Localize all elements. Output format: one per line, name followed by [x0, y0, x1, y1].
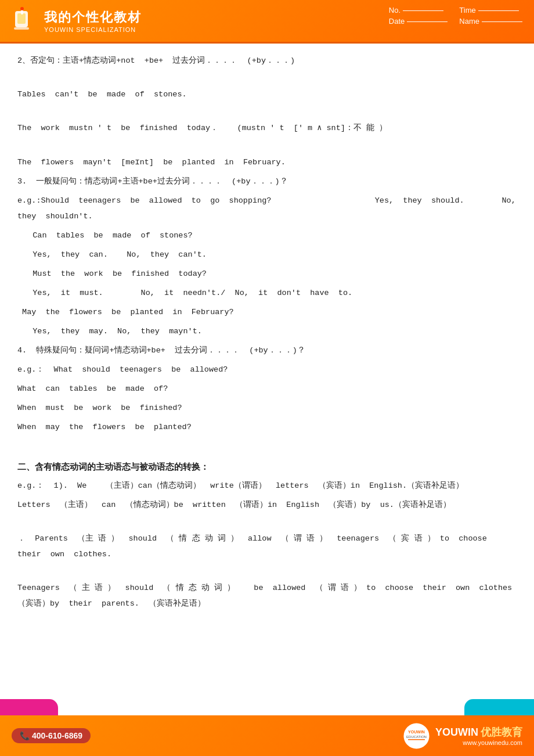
content-line-12: Yes, they may. No, they mayn't. — [17, 323, 517, 339]
no-label: No. — [389, 6, 448, 15]
logo-text: 我的个性化教材 YOUWIN SPECIALIZATION — [44, 9, 142, 33]
content-line-1: 2、否定句：主语+情态动词+not +be+ 过去分词．．．． (+by．．．) — [17, 53, 517, 69]
logo-icon — [9, 6, 38, 35]
name-label: Name — [459, 17, 522, 26]
content-line-10: Yes, it must. No, it needn't./ No, it do… — [17, 285, 517, 301]
content-line-3: The work mustn ' t be finished today． (m… — [17, 120, 517, 136]
logo-main-text: 我的个性化教材 — [44, 9, 142, 26]
header-info: No. Time Date Name — [389, 6, 522, 26]
footer-url: www.youwinedu.com — [463, 739, 522, 746]
content-line-17: When may the flowers be planted? — [17, 419, 517, 435]
content-line-15: What can tables be made of? — [17, 381, 517, 397]
time-label: Time — [459, 6, 522, 15]
footer-logo-text: YOUWIN 优胜教育 www.youwinedu.com — [435, 725, 522, 746]
phone-badge: 📞 400-610-6869 — [12, 728, 91, 743]
footer-right: YOUWIN EDUCATION YOUWIN 优胜教育 www.youwine… — [403, 723, 522, 749]
content-line-5: 3. 一般疑问句：情态动词+主语+be+过去分词．．．． (+by．．．)？ — [17, 174, 517, 189]
footer-left: 📞 400-610-6869 — [12, 728, 91, 743]
section2-title: 二、含有情态动词的主动语态与被动语态的转换： — [17, 459, 517, 474]
content-line-4: The flowers mayn't [meɪnt] be planted in… — [17, 154, 517, 170]
content-line-20: ． Parents （主 语 ） should （ 情 态 动 词 ） allo… — [17, 531, 517, 562]
phone-number: 400-610-6869 — [32, 731, 82, 740]
content-line-8: Yes, they can. No, they can't. — [17, 247, 517, 262]
svg-rect-8 — [408, 739, 425, 740]
logo-sub-text: YOUWIN SPECIALIZATION — [44, 26, 142, 33]
content-line-21: Teenagers （ 主 语 ） should （ 情 态 动 词 ） be … — [17, 580, 517, 611]
deco-pink — [0, 699, 58, 717]
svg-text:EDUCATION: EDUCATION — [406, 735, 427, 739]
content-line-2: Tables can't be made of stones. — [17, 87, 517, 102]
content-line-6: e.g.:Should teenagers be allowed to go s… — [17, 193, 517, 224]
content-line-16: When must be work be finished? — [17, 400, 517, 416]
footer-brand-cn: 优胜教育 — [481, 725, 522, 739]
content-line-14: e.g.： What should teenagers be allowed? — [17, 362, 517, 377]
content-line-18: e.g.： 1). We （主语）can（情态动词） write（谓语） let… — [17, 478, 517, 494]
svg-text:YOUWIN: YOUWIN — [408, 730, 425, 734]
svg-rect-4 — [14, 27, 29, 30]
logo-area: 我的个性化教材 YOUWIN SPECIALIZATION — [9, 6, 142, 35]
content-line-9: Must the work be finished today? — [17, 266, 517, 282]
content-line-11: May the flowers be planted in February? — [17, 304, 517, 320]
footer: 📞 400-610-6869 YOUWIN EDUCATION YOUWIN 优… — [0, 715, 534, 756]
youwin-circle-icon: YOUWIN EDUCATION — [403, 723, 430, 749]
content-line-7: Can tables be made of stones? — [17, 228, 517, 243]
phone-icon: 📞 — [20, 731, 32, 740]
deco-teal — [464, 699, 534, 717]
main-content: 2、否定句：主语+情态动词+not +be+ 过去分词．．．． (+by．．．)… — [0, 44, 534, 627]
footer-brand-en: YOUWIN — [435, 726, 478, 739]
svg-rect-1 — [17, 13, 26, 24]
content-line-19: Letters （主语） can （情态动词）be written （谓语）in… — [17, 497, 517, 513]
date-label: Date — [389, 17, 448, 26]
content-line-13: 4. 特殊疑问句：疑问词+情态动词+be+ 过去分词．．．． (+by．．．)？ — [17, 343, 517, 358]
svg-point-3 — [20, 7, 24, 10]
header: 我的个性化教材 YOUWIN SPECIALIZATION No. Time D… — [0, 0, 534, 42]
